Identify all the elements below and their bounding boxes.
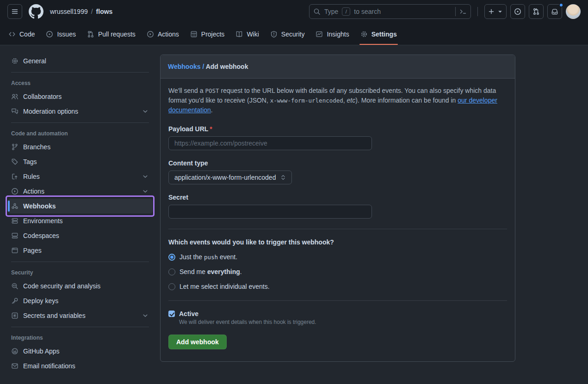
sidebar-item-label: Secrets and variables bbox=[23, 312, 86, 319]
secret-input[interactable] bbox=[168, 205, 372, 219]
sidebar-item-label: GitHub Apps bbox=[23, 347, 60, 355]
radio-selected[interactable] bbox=[168, 254, 175, 261]
radio-unselected[interactable] bbox=[168, 283, 175, 290]
tab-security[interactable]: Security bbox=[266, 23, 309, 45]
event-option-1[interactable]: Send me everything. bbox=[168, 268, 507, 275]
webhook-intro-text: We'll send a POST request to the URL bel… bbox=[168, 86, 507, 115]
graph-icon bbox=[316, 30, 323, 38]
tab-label: Pull requests bbox=[98, 30, 136, 38]
tab-code[interactable]: Code bbox=[4, 23, 39, 45]
sidebar-item-moderation-options[interactable]: Moderation options bbox=[7, 104, 153, 119]
sidebar-item-rules[interactable]: Rules bbox=[7, 169, 153, 184]
webhooks-breadcrumb-link[interactable]: Webhooks / bbox=[168, 63, 204, 70]
active-tab-underline bbox=[359, 44, 398, 45]
rules-icon bbox=[11, 173, 19, 180]
radio-dot bbox=[170, 256, 173, 259]
github-logo[interactable] bbox=[29, 4, 43, 19]
event-option-0[interactable]: Just the push event. bbox=[168, 253, 507, 261]
card-header: Webhooks / Add webhook bbox=[161, 55, 515, 79]
sidebar-item-webhooks[interactable]: Webhooks bbox=[7, 199, 153, 213]
inbox-icon bbox=[551, 8, 558, 15]
global-header: wrussell1999 / flows Type / to search bbox=[0, 0, 588, 23]
issues-dashboard-button[interactable] bbox=[510, 4, 525, 19]
play-icon bbox=[11, 188, 19, 195]
issue-opened-icon bbox=[514, 8, 521, 15]
card-body: We'll send a POST request to the URL bel… bbox=[161, 79, 515, 361]
mail-icon bbox=[11, 362, 19, 370]
sidebar-item-secrets-and-variables[interactable]: Secrets and variables bbox=[7, 308, 153, 323]
chevron-down-icon bbox=[142, 188, 149, 195]
git-pull-request-icon bbox=[532, 8, 540, 15]
tab-projects[interactable]: Projects bbox=[186, 23, 229, 45]
tab-pull-requests[interactable]: Pull requests bbox=[82, 23, 140, 45]
sidebar-item-general[interactable]: General bbox=[7, 54, 153, 68]
radio-unselected[interactable] bbox=[168, 268, 175, 275]
sidebar-item-code-security-and-analysis[interactable]: Code security and analysis bbox=[7, 279, 153, 293]
global-search-input[interactable]: Type / to search bbox=[309, 4, 471, 19]
tab-label: Wiki bbox=[247, 30, 259, 38]
sidebar-item-collaborators[interactable]: Collaborators bbox=[7, 89, 153, 104]
breadcrumb-repo-link[interactable]: flows bbox=[96, 8, 113, 15]
sidebar-divider bbox=[11, 122, 149, 123]
tab-actions[interactable]: Actions bbox=[142, 23, 184, 45]
sidebar-item-actions[interactable]: Actions bbox=[7, 184, 153, 199]
create-new-button[interactable] bbox=[484, 4, 507, 19]
asterisk-box-icon bbox=[11, 312, 19, 319]
header-divider bbox=[477, 7, 478, 16]
breadcrumb: wrussell1999 / flows bbox=[50, 8, 112, 15]
tab-insights[interactable]: Insights bbox=[311, 23, 353, 45]
browser-icon bbox=[11, 247, 19, 254]
chevron-down-icon bbox=[142, 312, 149, 319]
sidebar-item-branches[interactable]: Branches bbox=[7, 140, 153, 154]
sidebar-item-label: General bbox=[23, 57, 46, 65]
header-actions bbox=[484, 4, 581, 19]
hamburger-icon bbox=[11, 8, 19, 15]
payload-url-label: Payload URL* bbox=[168, 125, 507, 133]
tab-label: Security bbox=[281, 30, 305, 38]
notifications-inbox-button[interactable] bbox=[547, 4, 562, 19]
tab-issues[interactable]: Issues bbox=[41, 23, 80, 45]
search-icon bbox=[313, 8, 321, 15]
add-webhook-card: Webhooks / Add webhook We'll send a POST… bbox=[160, 55, 515, 362]
sidebar-item-codespaces[interactable]: Codespaces bbox=[7, 228, 153, 243]
sidebar-item-github-apps[interactable]: GitHub Apps bbox=[7, 344, 153, 359]
required-asterisk: * bbox=[210, 125, 212, 133]
main-content: Webhooks / Add webhook We'll send a POST… bbox=[160, 45, 588, 384]
pull-requests-dashboard-button[interactable] bbox=[529, 4, 544, 19]
sidebar-item-pages[interactable]: Pages bbox=[7, 243, 153, 258]
active-checkbox-row[interactable]: Active bbox=[168, 310, 507, 317]
book-icon bbox=[235, 30, 243, 38]
sidebar-item-label: Codespaces bbox=[23, 232, 59, 239]
tab-wiki[interactable]: Wiki bbox=[231, 23, 263, 45]
repo-tabs: CodeIssuesPull requestsActionsProjectsWi… bbox=[0, 23, 588, 45]
tab-label: Settings bbox=[371, 30, 397, 38]
settings-sidebar: GeneralAccessCollaboratorsModeration opt… bbox=[0, 45, 160, 384]
event-option-2[interactable]: Let me select individual events. bbox=[168, 283, 507, 290]
sidebar-item-deploy-keys[interactable]: Deploy keys bbox=[7, 293, 153, 308]
add-webhook-button[interactable]: Add webhook bbox=[168, 335, 227, 349]
sidebar-item-environments[interactable]: Environments bbox=[7, 213, 153, 228]
content-type-select[interactable]: application/x-www-form-urlencoded bbox=[168, 171, 292, 184]
code-scan-icon bbox=[11, 282, 19, 290]
command-palette-icon[interactable] bbox=[459, 8, 467, 15]
avatar[interactable] bbox=[566, 4, 581, 19]
event-option-label: Just the push event. bbox=[179, 253, 237, 261]
sidebar-item-email-notifications[interactable]: Email notifications bbox=[7, 359, 153, 373]
tab-settings[interactable]: Settings bbox=[356, 23, 402, 45]
breadcrumb-owner-link[interactable]: wrussell1999 bbox=[50, 8, 88, 15]
active-checkbox[interactable] bbox=[168, 311, 175, 317]
key-icon bbox=[11, 297, 19, 305]
secret-label: Secret bbox=[168, 194, 507, 201]
sidebar-item-label: Webhooks bbox=[23, 202, 56, 210]
gear-icon bbox=[360, 30, 368, 38]
payload-url-input[interactable] bbox=[168, 136, 372, 150]
sidebar-item-label: Moderation options bbox=[23, 108, 78, 115]
sidebar-item-label: Actions bbox=[23, 188, 44, 195]
hamburger-menu-button[interactable] bbox=[7, 4, 22, 19]
section-divider bbox=[168, 300, 507, 301]
people-icon bbox=[11, 93, 19, 100]
shield-icon bbox=[270, 30, 278, 38]
triangle-down-icon bbox=[496, 8, 504, 15]
chevron-down-icon bbox=[142, 173, 149, 180]
sidebar-item-tags[interactable]: Tags bbox=[7, 154, 153, 169]
